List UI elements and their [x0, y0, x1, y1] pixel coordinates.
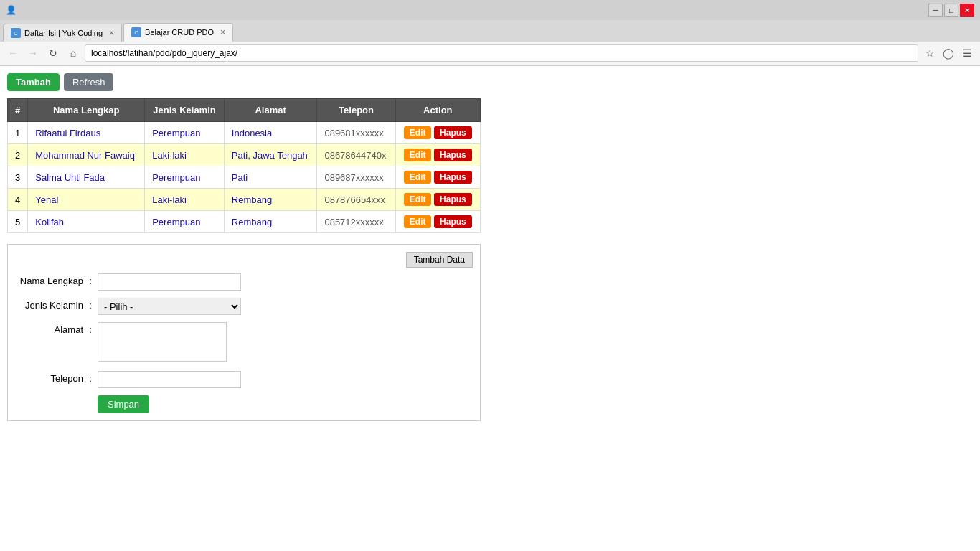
close-button[interactable]: ✕ — [960, 4, 974, 17]
settings-icon[interactable]: ◯ — [940, 44, 957, 62]
table-row: 1 Rifaatul Firdaus Perempuan Indonesia 0… — [8, 122, 481, 144]
window-controls: ─ □ ✕ — [928, 4, 974, 17]
form-row-jenis: Jenis Kelamin : - Pilih -Laki-lakiPeremp… — [15, 298, 473, 315]
menu-button[interactable]: ☰ — [958, 44, 976, 62]
input-telepon-container — [98, 371, 241, 388]
forward-button[interactable]: → — [24, 44, 42, 62]
user-icon: 👤 — [6, 5, 17, 15]
hapus-button[interactable]: Hapus — [434, 215, 472, 228]
tab-close-2[interactable]: × — [220, 27, 225, 37]
colon-telepon: : — [83, 371, 98, 384]
cell-action: Edit Hapus — [395, 122, 480, 144]
select-jenis-kelamin[interactable]: - Pilih -Laki-lakiPerempuan — [98, 298, 241, 315]
cell-jenis-kelamin: Laki-laki — [145, 144, 225, 166]
cell-jenis-kelamin: Perempuan — [145, 166, 225, 189]
form-row-telepon: Telepon : — [15, 371, 473, 388]
cell-nama: Salma Uhti Fada — [28, 166, 145, 189]
tambah-button[interactable]: Tambah — [7, 73, 60, 91]
hapus-button[interactable]: Hapus — [434, 126, 472, 139]
tab-belajar-crud[interactable]: C Belajar CRUD PDO × — [123, 23, 233, 42]
label-telepon: Telepon — [15, 371, 83, 384]
cell-action: Edit Hapus — [395, 211, 480, 233]
select-jenis-container: - Pilih -Laki-lakiPerempuan — [98, 298, 241, 315]
tab-label-1: Daftar Isi | Yuk Coding — [24, 29, 103, 37]
cell-telepon: 087876654xxx — [317, 189, 395, 211]
cell-nama: Kolifah — [28, 211, 145, 233]
page-content: Tambah Refresh # Nama Lengkap Jenis Kela… — [0, 66, 980, 551]
col-header-jenis: Jenis Kelamin — [145, 99, 225, 122]
cell-alamat: Rembang — [224, 189, 317, 211]
nav-bar: ← → ↻ ⌂ ☆ ◯ ☰ — [0, 42, 980, 65]
tabs-bar: C Daftar Isi | Yuk Coding × C Belajar CR… — [0, 20, 980, 42]
cell-action: Edit Hapus — [395, 189, 480, 211]
nav-icons: ☆ ◯ ☰ — [921, 44, 976, 62]
data-table: # Nama Lengkap Jenis Kelamin Alamat Tele… — [7, 98, 481, 233]
col-header-alamat: Alamat — [224, 99, 317, 122]
reload-button[interactable]: ↻ — [44, 44, 62, 62]
table-row: 2 Mohammad Nur Fawaiq Laki-laki Pati, Ja… — [8, 144, 481, 166]
bookmark-button[interactable]: ☆ — [921, 44, 938, 62]
tab-daftar-isi[interactable]: C Daftar Isi | Yuk Coding × — [3, 24, 122, 42]
cell-id: 2 — [8, 144, 28, 166]
form-row-alamat: Alamat : — [15, 322, 473, 364]
colon-nama: : — [83, 273, 98, 286]
col-header-nama: Nama Lengkap — [28, 99, 145, 122]
cell-alamat: Rembang — [224, 211, 317, 233]
input-telepon[interactable] — [98, 371, 241, 388]
cell-id: 5 — [8, 211, 28, 233]
hapus-button[interactable]: Hapus — [434, 171, 472, 184]
cell-id: 3 — [8, 166, 28, 189]
edit-button[interactable]: Edit — [404, 149, 432, 161]
colon-alamat: : — [83, 322, 98, 335]
cell-alamat: Indonesia — [224, 122, 317, 144]
colon-jenis: : — [83, 298, 98, 311]
tab-icon-2: C — [131, 27, 141, 37]
address-bar[interactable] — [85, 44, 918, 62]
table-row: 4 Yenal Laki-laki Rembang 087876654xxx E… — [8, 189, 481, 211]
table-row: 3 Salma Uhti Fada Perempuan Pati 089687x… — [8, 166, 481, 189]
refresh-button[interactable]: Refresh — [64, 73, 114, 91]
tab-label-2: Belajar CRUD PDO — [145, 28, 214, 37]
edit-button[interactable]: Edit — [404, 215, 432, 228]
edit-button[interactable]: Edit — [404, 126, 432, 139]
tab-close-1[interactable]: × — [109, 28, 114, 38]
cell-nama: Rifaatul Firdaus — [28, 122, 145, 144]
hapus-button[interactable]: Hapus — [434, 149, 472, 161]
cell-jenis-kelamin: Perempuan — [145, 211, 225, 233]
tab-icon-1: C — [11, 28, 21, 38]
cell-telepon: 08678644740x — [317, 144, 395, 166]
cell-nama: Yenal — [28, 189, 145, 211]
tambah-data-button[interactable]: Tambah Data — [406, 252, 473, 268]
table-header-row: # Nama Lengkap Jenis Kelamin Alamat Tele… — [8, 99, 481, 122]
table-row: 5 Kolifah Perempuan Rembang 085712xxxxxx… — [8, 211, 481, 233]
form-header: Tambah Data — [15, 252, 473, 268]
cell-jenis-kelamin: Perempuan — [145, 122, 225, 144]
label-jenis-kelamin: Jenis Kelamin — [15, 298, 83, 311]
col-header-telepon: Telepon — [317, 99, 395, 122]
toolbar: Tambah Refresh — [7, 73, 973, 91]
form-submit-row: Simpan — [15, 395, 473, 413]
cell-alamat: Pati, Jawa Tengah — [224, 144, 317, 166]
back-button[interactable]: ← — [4, 44, 22, 62]
input-nama-lengkap[interactable] — [98, 273, 241, 291]
cell-alamat: Pati — [224, 166, 317, 189]
form-section: Tambah Data Nama Lengkap : Jenis Kelamin… — [7, 244, 481, 421]
maximize-button[interactable]: □ — [944, 4, 958, 17]
input-nama-container — [98, 273, 241, 291]
title-bar: 👤 ─ □ ✕ — [0, 0, 980, 20]
cell-action: Edit Hapus — [395, 144, 480, 166]
hapus-button[interactable]: Hapus — [434, 193, 472, 206]
minimize-button[interactable]: ─ — [928, 4, 943, 17]
col-header-action: Action — [395, 99, 480, 122]
cell-id: 4 — [8, 189, 28, 211]
home-button[interactable]: ⌂ — [65, 44, 82, 62]
cell-telepon: 089681xxxxxx — [317, 122, 395, 144]
cell-telepon: 085712xxxxxx — [317, 211, 395, 233]
label-nama-lengkap: Nama Lengkap — [15, 273, 83, 286]
textarea-alamat[interactable] — [98, 322, 227, 362]
edit-button[interactable]: Edit — [404, 193, 432, 206]
textarea-alamat-container — [98, 322, 241, 364]
edit-button[interactable]: Edit — [404, 171, 432, 184]
simpan-button[interactable]: Simpan — [98, 395, 149, 413]
cell-id: 1 — [8, 122, 28, 144]
